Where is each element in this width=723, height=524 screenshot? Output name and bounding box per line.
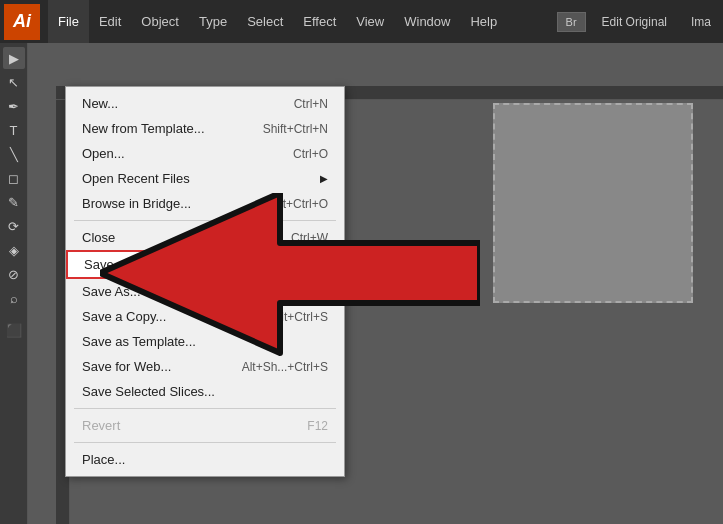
- menu-item-new-shortcut: Ctrl+N: [294, 97, 328, 111]
- menu-item-save-as-label: Save As...: [82, 284, 141, 299]
- tool-eyedropper[interactable]: ⊘: [3, 263, 25, 285]
- separator-3: [74, 442, 336, 443]
- separator-2: [74, 408, 336, 409]
- separator-1: [74, 220, 336, 221]
- menu-item-save-shortcut: Ctrl+S: [292, 258, 326, 272]
- menu-item-save-as-shortcut: Shift+Ctrl+S: [263, 285, 328, 299]
- menu-select[interactable]: Select: [237, 0, 293, 43]
- bridge-button[interactable]: Br: [557, 12, 586, 32]
- menu-item-open-recent-arrow: ▶: [320, 173, 328, 184]
- menu-help[interactable]: Help: [460, 0, 507, 43]
- menu-item-save-template-label: Save as Template...: [82, 334, 196, 349]
- edit-original-button[interactable]: Edit Original: [594, 13, 675, 31]
- app-logo: Ai: [4, 4, 40, 40]
- menu-item-browse-bridge-label: Browse in Bridge...: [82, 196, 191, 211]
- menu-effect[interactable]: Effect: [293, 0, 346, 43]
- menu-window[interactable]: Window: [394, 0, 460, 43]
- menu-item-open-shortcut: Ctrl+O: [293, 147, 328, 161]
- file-dropdown-menu: New... Ctrl+N New from Template... Shift…: [65, 86, 345, 477]
- tool-type[interactable]: T: [3, 119, 25, 141]
- tool-rotate[interactable]: ⟳: [3, 215, 25, 237]
- menu-item-browse-bridge[interactable]: Browse in Bridge... Alt+Ctrl+O: [66, 191, 344, 216]
- menu-item-save-slices-label: Save Selected Slices...: [82, 384, 215, 399]
- menu-item-open-recent-label: Open Recent Files: [82, 171, 190, 186]
- tool-blend[interactable]: ◈: [3, 239, 25, 261]
- menu-item-save-template[interactable]: Save as Template...: [66, 329, 344, 354]
- menu-item-open-recent[interactable]: Open Recent Files ▶: [66, 166, 344, 191]
- app-area: ▶ ↖ ✒ T ╲ ◻ ✎ ⟳ ◈ ⊘ ⌕ ⬛ New... Ctrl+N Ne…: [0, 43, 723, 524]
- menu-item-save-web-shortcut: Alt+Sh...+Ctrl+S: [242, 360, 328, 374]
- menu-item-revert-label: Revert: [82, 418, 120, 433]
- image-tab[interactable]: Ima: [683, 13, 719, 31]
- menu-item-save-label: Save: [84, 257, 114, 272]
- tool-direct-select[interactable]: ↖: [3, 71, 25, 93]
- tool-paintbrush[interactable]: ✎: [3, 191, 25, 213]
- menu-item-save-copy-shortcut: Alt+Ctrl+S: [273, 310, 328, 324]
- menu-edit[interactable]: Edit: [89, 0, 131, 43]
- tool-rect[interactable]: ◻: [3, 167, 25, 189]
- menu-item-save-as[interactable]: Save As... Shift+Ctrl+S: [66, 279, 344, 304]
- menubar: Ai File Edit Object Type Select Effect V…: [0, 0, 723, 43]
- tool-fill[interactable]: ⬛: [3, 319, 25, 341]
- menu-item-open[interactable]: Open... Ctrl+O: [66, 141, 344, 166]
- menu-item-open-label: Open...: [82, 146, 125, 161]
- menu-item-new-label: New...: [82, 96, 118, 111]
- menu-view[interactable]: View: [346, 0, 394, 43]
- menu-item-new-template-label: New from Template...: [82, 121, 205, 136]
- tool-select[interactable]: ▶: [3, 47, 25, 69]
- menu-item-close[interactable]: Close Ctrl+W: [66, 225, 344, 250]
- menu-item-place[interactable]: Place...: [66, 447, 344, 472]
- menu-item-new-template-shortcut: Shift+Ctrl+N: [263, 122, 328, 136]
- menu-item-save-copy-label: Save a Copy...: [82, 309, 166, 324]
- menu-item-close-label: Close: [82, 230, 115, 245]
- menu-item-save-web[interactable]: Save for Web... Alt+Sh...+Ctrl+S: [66, 354, 344, 379]
- menu-item-revert-shortcut: F12: [307, 419, 328, 433]
- menu-item-save[interactable]: Save Ctrl+S: [66, 250, 344, 279]
- toolbar: ▶ ↖ ✒ T ╲ ◻ ✎ ⟳ ◈ ⊘ ⌕ ⬛: [0, 43, 28, 524]
- menu-item-revert[interactable]: Revert F12: [66, 413, 344, 438]
- menu-item-save-slices[interactable]: Save Selected Slices...: [66, 379, 344, 404]
- menu-item-browse-bridge-shortcut: Alt+Ctrl+O: [272, 197, 328, 211]
- menu-object[interactable]: Object: [131, 0, 189, 43]
- canvas: [493, 103, 693, 303]
- tool-pen[interactable]: ✒: [3, 95, 25, 117]
- menu-item-close-shortcut: Ctrl+W: [291, 231, 328, 245]
- tool-line[interactable]: ╲: [3, 143, 25, 165]
- menu-type[interactable]: Type: [189, 0, 237, 43]
- menubar-right: Br Edit Original Ima: [557, 12, 719, 32]
- menu-item-new[interactable]: New... Ctrl+N: [66, 91, 344, 116]
- menu-item-save-web-label: Save for Web...: [82, 359, 171, 374]
- tool-zoom[interactable]: ⌕: [3, 287, 25, 309]
- menu-item-save-copy[interactable]: Save a Copy... Alt+Ctrl+S: [66, 304, 344, 329]
- menu-item-new-template[interactable]: New from Template... Shift+Ctrl+N: [66, 116, 344, 141]
- menu-item-place-label: Place...: [82, 452, 125, 467]
- menu-file[interactable]: File: [48, 0, 89, 43]
